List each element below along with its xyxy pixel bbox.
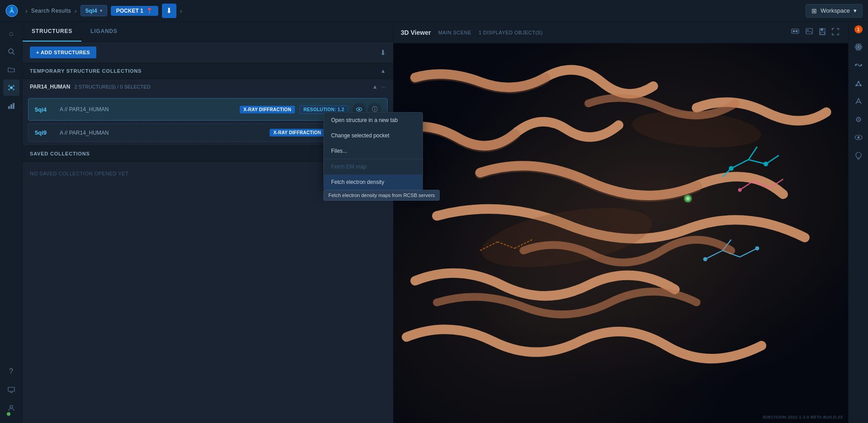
- sidebar-user-container: [3, 400, 19, 419]
- svg-point-1: [11, 7, 13, 9]
- svg-line-27: [749, 147, 757, 160]
- workspace-label: Workspace: [821, 7, 850, 14]
- panel-toolbar: + ADD STRUCTURES ⬇: [23, 42, 393, 63]
- right-settings-icon[interactable]: ⚙: [850, 111, 867, 127]
- collection-meta: 2 STRUCTURE(S) / 0 SELECTED: [74, 84, 150, 89]
- sidebar-search[interactable]: [3, 43, 19, 60]
- svg-rect-12: [8, 387, 14, 391]
- struct-chain-0: A // PAR14_HUMAN: [60, 106, 235, 113]
- svg-line-31: [740, 181, 753, 190]
- pocket-label: POCKET 1: [116, 8, 143, 14]
- right-sidebar: 1: [848, 22, 868, 423]
- sidebar-help[interactable]: ?: [3, 363, 19, 380]
- svg-point-2: [9, 49, 13, 53]
- svg-line-25: [749, 160, 766, 164]
- nav-arrow-2: ›: [75, 7, 77, 14]
- svg-point-34: [739, 188, 741, 191]
- svg-line-35: [705, 250, 722, 259]
- svg-point-53: [860, 64, 862, 66]
- svg-point-7: [8, 89, 10, 90]
- temp-section-toggle[interactable]: ▲: [380, 68, 386, 74]
- sidebar-home[interactable]: ⌂: [3, 25, 19, 42]
- right-mol-icon[interactable]: [850, 75, 867, 91]
- user-online-dot: [7, 412, 10, 416]
- struct-chain-1: A // PAR14_HUMAN: [60, 130, 265, 136]
- right-interact-icon[interactable]: [850, 93, 867, 109]
- ctx-files[interactable]: Files...: [324, 143, 422, 159]
- svg-point-29: [730, 167, 733, 170]
- notification-container: 1: [854, 25, 863, 35]
- ctx-fetch-em[interactable]: Fetch EM map: [324, 159, 422, 174]
- right-chain-icon[interactable]: [850, 57, 867, 73]
- viewer-scene-area[interactable]: 3DECISION 2022.1.3.0-BETA BUILD:23: [394, 43, 848, 423]
- viewer-save-icon[interactable]: [817, 26, 827, 38]
- svg-point-30: [764, 162, 768, 166]
- sidebar-bottom: ?: [3, 363, 19, 419]
- viewer-expand-icon[interactable]: [830, 26, 841, 38]
- ctx-fetch-density[interactable]: Fetch electron density: [324, 174, 422, 190]
- svg-point-48: [857, 46, 859, 48]
- svg-point-17: [793, 30, 795, 33]
- sidebar-structure[interactable]: [3, 80, 19, 96]
- sidebar-feedback[interactable]: [3, 381, 19, 398]
- temp-section-title: TEMPORARY STRUCTURE COLLECTIONS: [30, 68, 142, 74]
- right-eye-icon[interactable]: [850, 129, 867, 146]
- struct-badge-xray-1: X-RAY DIFFRACTION: [270, 129, 325, 136]
- viewer-panel: 3D Viewer MAIN SCENE 1 DISPLAYED OBJECT(…: [394, 22, 848, 423]
- viewer-toolbar-right: [789, 26, 841, 38]
- workspace-icon: ⊞: [811, 7, 817, 14]
- pdb-chevron: ▾: [100, 8, 102, 13]
- svg-point-5: [8, 85, 10, 87]
- temp-section-header: TEMPORARY STRUCTURE COLLECTIONS ▲: [23, 63, 393, 79]
- protein-3d-render: 3DECISION 2022.1.3.0-BETA BUILD:23: [394, 43, 848, 423]
- svg-point-45: [686, 197, 690, 201]
- nav-search-results[interactable]: Search Results: [31, 8, 71, 14]
- toolbar-download-icon[interactable]: ⬇: [380, 48, 386, 57]
- svg-rect-9: [8, 106, 10, 109]
- pocket-badge[interactable]: POCKET 1 📍: [111, 6, 158, 16]
- workspace-button[interactable]: ⊞ Workspace ▾: [806, 4, 863, 18]
- viewer-title: 3D Viewer: [401, 29, 431, 36]
- right-atom-icon[interactable]: [850, 39, 867, 55]
- collection-actions: ▲ ···: [372, 84, 386, 90]
- viewer-scene-label: MAIN SCENE: [438, 30, 471, 35]
- svg-point-13: [10, 405, 13, 408]
- svg-point-8: [13, 89, 14, 90]
- svg-point-39: [704, 258, 707, 261]
- logo[interactable]: [5, 5, 18, 17]
- workspace-chevron: ▾: [854, 7, 857, 14]
- version-badge: 3DECISION 2022.1.3.0-BETA BUILD:23: [763, 415, 843, 419]
- collection-name-group: PAR14_HUMAN 2 STRUCTURE(S) / 0 SELECTED: [30, 84, 151, 90]
- viewer-image-icon[interactable]: [804, 26, 815, 38]
- top-nav: › Search Results › 5qi4 ▾ POCKET 1 📍 ⬇ ›…: [0, 0, 868, 22]
- viewer-vr-icon[interactable]: [789, 26, 801, 38]
- svg-point-59: [858, 81, 859, 83]
- saved-section-title: SAVED COLLECTIONS: [30, 151, 90, 156]
- add-structures-button[interactable]: + ADD STRUCTURES: [30, 47, 96, 58]
- notification-badge[interactable]: 1: [854, 25, 863, 33]
- sidebar-user[interactable]: [3, 400, 19, 416]
- viewer-count-label: 1 DISPLAYED OBJECT(S): [479, 30, 543, 35]
- ctx-open-new-tab[interactable]: Open structure in a new tab: [324, 113, 422, 128]
- pdb-selector[interactable]: 5qi4 ▾: [81, 5, 107, 16]
- left-panel: STRUCTURES LIGANDS + ADD STRUCTURES ⬇ TE…: [23, 22, 394, 423]
- sidebar-chart[interactable]: [3, 98, 19, 114]
- collection-name: PAR14_HUMAN: [30, 84, 70, 90]
- svg-point-6: [13, 85, 14, 87]
- ctx-tooltip: Fetch electron density maps from RCSB se…: [323, 190, 440, 201]
- sidebar-folder[interactable]: [3, 61, 19, 78]
- collection-toggle[interactable]: ▲: [372, 84, 378, 90]
- context-menu: Open structure in a new tab Change selec…: [323, 112, 423, 190]
- ctx-change-pocket[interactable]: Change selected pocket: [324, 128, 422, 143]
- svg-point-18: [796, 30, 798, 33]
- download-button[interactable]: ⬇: [162, 4, 176, 18]
- struct-id-1: 5qi9: [35, 129, 55, 136]
- collection-more[interactable]: ···: [381, 84, 386, 90]
- struct-id-0: 5qi4: [35, 106, 55, 113]
- struct-badge-xray-0: X-RAY DIFFRACTION: [240, 106, 295, 113]
- tab-structures[interactable]: STRUCTURES: [23, 22, 81, 42]
- right-lightbulb-icon[interactable]: [850, 147, 867, 164]
- tab-ligands[interactable]: LIGANDS: [81, 22, 127, 42]
- collection-header[interactable]: PAR14_HUMAN 2 STRUCTURE(S) / 0 SELECTED …: [23, 79, 393, 94]
- svg-point-40: [756, 247, 759, 250]
